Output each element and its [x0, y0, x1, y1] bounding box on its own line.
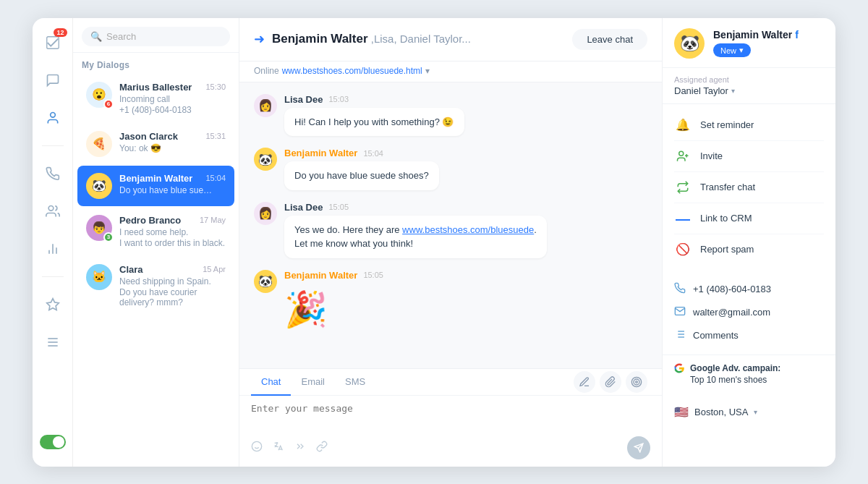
attach-icon[interactable] — [600, 371, 621, 393]
chat-area: ➜ Benjamin Walter ,Lisa, Daniel Taylor..… — [239, 18, 662, 467]
message-bubble: Yes we do. Here they are www.bestshoes.c… — [284, 216, 547, 258]
list-item[interactable]: 👦 3 Pedro Branco 17 May I need some help… — [77, 208, 234, 255]
notification-badge: 12 — [54, 28, 67, 37]
chevron-down-icon-small[interactable]: ▾ — [731, 87, 735, 95]
rp-name-text: Benjamin Walter — [713, 29, 792, 41]
rp-status-button[interactable]: New ▾ — [713, 43, 751, 57]
chat-arrow-icon: ➜ — [254, 31, 265, 47]
dialog-preview: Incoming call — [119, 94, 213, 104]
rp-phone-text: +1 (408)-604-0183 — [693, 284, 771, 294]
rp-location-text: Boston, USA — [694, 407, 748, 417]
dialog-time: 15:31 — [205, 132, 226, 140]
dialog-info: Clara 15 Apr Need shipping in Spain. Do … — [119, 264, 226, 307]
toggle-button[interactable] — [40, 435, 66, 449]
search-input[interactable] — [106, 31, 221, 42]
spam-icon: 🚫 — [674, 241, 692, 258]
translate-icon[interactable] — [574, 371, 595, 393]
sidebar-item-phone[interactable] — [40, 161, 66, 187]
search-input-wrap[interactable]: 🔍 — [82, 27, 230, 46]
crm-icon: — — [674, 210, 692, 227]
rp-action-label: Transfer chat — [700, 182, 755, 192]
comments-icon — [674, 328, 686, 343]
message-sender: Benjamin Walter — [284, 148, 357, 158]
chat-url-link[interactable]: www.bestshoes.com/bluesuede.html — [282, 66, 422, 76]
list-item[interactable]: 🍕 Jason Clarck 15:31 You: ok 😎 — [77, 124, 234, 164]
leave-chat-button[interactable]: Leave chat — [572, 29, 647, 50]
rp-agent-name: Daniel Taylor — [674, 85, 728, 96]
search-icon: 🔍 — [90, 31, 102, 42]
link-icon[interactable] — [316, 441, 328, 455]
dialog-items: 😮 6 Marius Ballester 15:30 Incoming call… — [73, 73, 239, 467]
avatar: 😮 6 — [86, 82, 112, 108]
dialog-name: Pedro Branco — [119, 215, 181, 226]
dialog-preview-2: Do you have courier delivery? mmm? — [119, 287, 226, 307]
tab-email[interactable]: Email — [291, 369, 335, 396]
message-time: 15:03 — [328, 95, 349, 103]
rp-email-text: walter@gmail.com — [693, 307, 770, 318]
dialog-time: 15:04 — [205, 174, 226, 182]
rp-action-label: Link to CRM — [700, 213, 752, 224]
notification-icon[interactable]: 12 — [40, 30, 66, 56]
chevron-down-icon: ▾ — [739, 46, 744, 55]
dialog-name: Benjamin Walter — [119, 173, 192, 184]
sidebar-item-crown[interactable] — [40, 292, 66, 318]
rp-actions: 🔔 Set reminder Invite Transfer chat — Li… — [663, 104, 835, 271]
invite-icon — [674, 148, 692, 165]
rp-extra: Google Adv. campain: Top 10 men's shoes — [663, 355, 835, 400]
dialog-name: Clara — [119, 264, 143, 275]
rp-location[interactable]: 🇺🇸 Boston, USA ▾ — [663, 399, 835, 425]
svg-point-2 — [48, 205, 54, 211]
rp-comments-item[interactable]: Comments — [674, 324, 824, 347]
translate2-icon[interactable] — [273, 441, 284, 455]
dialog-time: 15 Apr — [203, 265, 226, 273]
rp-phone-item: +1 (408)-604-0183 — [674, 278, 824, 301]
tab-chat[interactable]: Chat — [251, 369, 291, 396]
rp-action-label: Set reminder — [700, 119, 754, 130]
sidebar-item-settings[interactable] — [40, 329, 66, 355]
message-row: 🐼 Benjamin Walter 15:04 Do you have blue… — [254, 148, 647, 190]
message-avatar: 👩 — [254, 94, 277, 117]
sidebar-item-analytics[interactable] — [40, 236, 66, 262]
chat-sub-header: Online www.bestshoes.com/bluesuede.html … — [239, 61, 662, 82]
message-link[interactable]: www.bestshoes.com/bluesuede — [402, 224, 534, 235]
rp-assigned-label: Assigned agent — [674, 75, 824, 84]
message-content: Benjamin Walter 15:05 🎉 — [284, 270, 383, 336]
dialog-preview: I need some help. — [119, 227, 213, 237]
rp-action-invite[interactable]: Invite — [674, 141, 824, 172]
message-sender: Lisa Dee — [284, 202, 323, 213]
rp-action-reminder[interactable]: 🔔 Set reminder — [674, 110, 824, 141]
avatar: 🍕 — [86, 131, 112, 157]
message-input[interactable] — [251, 403, 650, 425]
rp-action-spam[interactable]: 🚫 Report spam — [674, 234, 824, 265]
list-item[interactable]: 😮 6 Marius Ballester 15:30 Incoming call… — [77, 75, 234, 122]
sidebar-divider-2 — [42, 276, 64, 277]
message-avatar: 🐼 — [254, 148, 277, 171]
tab-sms[interactable]: SMS — [335, 369, 375, 396]
rp-action-transfer[interactable]: Transfer chat — [674, 172, 824, 203]
dialog-info: Benjamin Walter 15:04 Do you have blue s… — [119, 173, 226, 195]
sidebar-item-chat[interactable] — [40, 67, 66, 93]
dialog-preview: Do you have blue suede shoes? — [119, 185, 213, 195]
rp-google-value: Top 10 men's shoes — [690, 375, 767, 385]
svg-point-12 — [636, 381, 638, 383]
avatar: 👦 3 — [86, 215, 112, 241]
google-icon — [674, 363, 684, 375]
emoji-icon[interactable] — [251, 441, 263, 455]
list-item[interactable]: 🐼 Benjamin Walter 15:04 Do you have blue… — [77, 166, 234, 206]
quick-reply-icon[interactable] — [294, 441, 306, 455]
rp-action-crm[interactable]: — Link to CRM — [674, 203, 824, 234]
message-sender: Lisa Dee — [284, 94, 323, 105]
list-item[interactable]: 🐱 Clara 15 Apr Need shipping in Spain. D… — [77, 257, 234, 315]
message-avatar: 👩 — [254, 202, 277, 225]
avatar: 🐱 — [86, 264, 112, 290]
avatar-badge: 3 — [103, 232, 114, 242]
sidebar-divider-1 — [42, 145, 64, 146]
svg-marker-6 — [46, 298, 59, 310]
target-icon[interactable] — [626, 371, 647, 393]
sidebar-item-team[interactable] — [40, 198, 66, 224]
dialog-info: Pedro Branco 17 May I need some help. I … — [119, 215, 226, 248]
facebook-icon: f — [795, 29, 799, 41]
transfer-icon — [674, 179, 692, 196]
send-button[interactable] — [627, 436, 650, 459]
sidebar-item-contacts[interactable] — [40, 105, 66, 131]
